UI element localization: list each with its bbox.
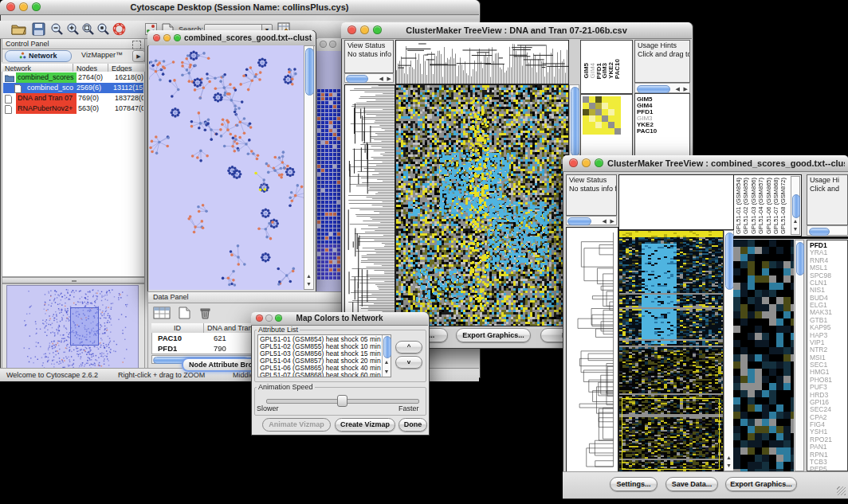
- scroll-left-arrow[interactable]: ◀: [676, 86, 680, 92]
- birdseye-viewport-rect[interactable]: [70, 307, 99, 346]
- scroll-up-arrow[interactable]: ▲: [304, 273, 313, 279]
- zoom-out-icon[interactable]: [50, 22, 66, 37]
- scroll-thumb[interactable]: [571, 87, 579, 156]
- tv2-zoom-vscrollbar[interactable]: [795, 240, 804, 471]
- scroll-up-arrow[interactable]: ▲: [791, 218, 799, 225]
- zoom-selected-icon[interactable]: [96, 22, 112, 37]
- scroll-right-arrow[interactable]: ▶: [610, 218, 614, 225]
- close-button[interactable]: [320, 41, 327, 48]
- save-session-icon[interactable]: [32, 22, 48, 37]
- attribute-list-item[interactable]: GPL51-02 (GSM855) heat shock 10 min: [258, 343, 391, 350]
- gene-label[interactable]: NIS1: [807, 287, 847, 294]
- tv2-heatmap-canvas[interactable]: [618, 230, 724, 473]
- scroll-thumb[interactable]: [792, 194, 800, 218]
- tab-network[interactable]: Network: [5, 50, 72, 62]
- done-button[interactable]: Done: [398, 418, 427, 432]
- attribute-list-item[interactable]: GPL51-06 (GSM865) heat shock 40 min: [258, 365, 391, 372]
- scroll-thumb[interactable]: [383, 336, 391, 358]
- network-list-row[interactable]: RNAPuberNov2+563(0)107847(0): [3, 104, 143, 114]
- gene-label[interactable]: PFD1: [635, 109, 689, 115]
- gene-label[interactable]: HAP3: [807, 332, 847, 339]
- gene-label[interactable]: GPI16: [807, 399, 847, 406]
- tv1-usage-hscrollbar[interactable]: ◀ ▶: [634, 83, 690, 93]
- zoom-fit-icon[interactable]: [81, 22, 97, 37]
- scroll-thumb[interactable]: [305, 48, 314, 96]
- dialog-titlebar[interactable]: Map Colors to Network: [251, 312, 428, 326]
- tv2-save-data-button[interactable]: Save Data...: [665, 477, 718, 491]
- gene-label[interactable]: CLN1: [807, 279, 847, 287]
- move-attribute-up-button[interactable]: ^: [395, 341, 422, 354]
- attribute-table-icon[interactable]: [153, 307, 169, 321]
- dense-grid-network-canvas[interactable]: [317, 89, 343, 280]
- network-name[interactable]: combined_scores: [16, 72, 77, 83]
- gene-label[interactable]: GIM3: [635, 115, 689, 122]
- tv2-settings-button[interactable]: Settings...: [610, 477, 658, 491]
- main-titlebar[interactable]: Cytoscape Desktop (Session Name: collins…: [0, 0, 479, 15]
- network-name[interactable]: combined_sco: [26, 83, 75, 93]
- float-panel-icon[interactable]: [132, 41, 141, 49]
- scroll-thumb[interactable]: [796, 242, 804, 275]
- panel-splitter[interactable]: [2, 277, 145, 283]
- tv2-column-dendrogram-area[interactable]: [618, 174, 734, 230]
- scroll-up-arrow[interactable]: ▲: [724, 455, 733, 461]
- gene-label[interactable]: YSH1: [807, 428, 847, 436]
- open-session-icon[interactable]: [11, 22, 27, 37]
- resize-grip[interactable]: [837, 486, 846, 495]
- gene-label[interactable]: YRA1: [807, 249, 847, 256]
- attribute-listbox[interactable]: GPL51-01 (GSM854) heat shock 05 minGPL51…: [257, 334, 391, 377]
- gene-label[interactable]: SPC98: [807, 272, 847, 279]
- treeview1-titlebar[interactable]: ClusterMaker TreeView : DNA and Tran 07-…: [341, 22, 692, 39]
- scroll-down-arrow[interactable]: ▼: [304, 281, 313, 287]
- tv1-yellow-matrix-canvas[interactable]: [583, 96, 621, 135]
- scroll-thumb[interactable]: [567, 217, 591, 225]
- minimize-button[interactable]: [582, 158, 591, 167]
- gene-label[interactable]: BUD4: [807, 295, 847, 302]
- scroll-down-arrow[interactable]: ▼: [383, 369, 391, 375]
- attribute-list-item[interactable]: GPL51-04 (GSM857) heat shock 20 min: [258, 357, 391, 365]
- network-name[interactable]: RNAPuberNov2+: [16, 104, 77, 114]
- gene-label[interactable]: GIM4: [635, 103, 689, 109]
- tab-vizmapper[interactable]: VizMapper™: [74, 50, 130, 61]
- tv2-gene-list[interactable]: PFD1YRA1RNR4MSL1SPC98CLN1NIS1BUD4ELG1MAK…: [807, 240, 848, 471]
- attribute-list-item[interactable]: GPL51-03 (GSM856) heat shock 15 min: [258, 350, 391, 357]
- scroll-left-arrow[interactable]: ◀: [603, 218, 607, 225]
- zoom-window-button[interactable]: [174, 34, 181, 41]
- gene-label[interactable]: GTB1: [807, 317, 847, 324]
- network-list-row[interactable]: combined_scores2764(0)16218(0): [3, 72, 143, 83]
- gene-label[interactable]: MSI1: [807, 354, 847, 361]
- delete-attribute-icon[interactable]: [199, 307, 215, 321]
- close-button[interactable]: [153, 34, 160, 41]
- gene-label[interactable]: MSL1: [807, 264, 847, 272]
- gene-label[interactable]: YKE2: [635, 122, 689, 128]
- speed-slider-thumb[interactable]: [337, 395, 347, 407]
- new-attribute-icon[interactable]: [179, 307, 194, 321]
- gene-label[interactable]: KAP95: [807, 324, 847, 331]
- gene-label[interactable]: ELG1: [807, 302, 847, 309]
- treeview2-titlebar[interactable]: ClusterMaker TreeView : combined_scores_…: [563, 155, 848, 172]
- tv1-status-hscrollbar[interactable]: ◀ ▶: [344, 73, 394, 83]
- scroll-thumb[interactable]: [809, 228, 830, 236]
- gene-label[interactable]: TCB3: [807, 459, 847, 466]
- tv2-status-hscrollbar[interactable]: ◀ ▶: [566, 216, 617, 225]
- gene-label[interactable]: MAK31: [807, 309, 847, 316]
- network-list-row[interactable]: DNA and Tran 07769(0)183728(0): [3, 93, 143, 104]
- zoom-in-icon[interactable]: [66, 22, 82, 37]
- gene-label[interactable]: NTR2: [807, 346, 847, 354]
- gene-label[interactable]: RPO21: [807, 436, 847, 443]
- create-vizmap-button[interactable]: Create Vizmap: [335, 418, 395, 432]
- scroll-down-arrow[interactable]: ▼: [724, 463, 733, 469]
- gene-label[interactable]: RNR4: [807, 257, 847, 264]
- tv2-usage-hscrollbar[interactable]: [807, 225, 848, 236]
- scroll-right-arrow[interactable]: ▶: [684, 86, 688, 92]
- back-window-titlebar[interactable]: [316, 38, 344, 52]
- scroll-thumb[interactable]: [346, 75, 368, 83]
- gene-label[interactable]: CPA2: [807, 414, 847, 421]
- gene-label[interactable]: HRD3: [807, 392, 847, 399]
- gene-label[interactable]: SEC1: [807, 361, 847, 369]
- gene-label[interactable]: PAC10: [635, 128, 689, 135]
- network-list-row[interactable]: combined_sco2569(6)13112(15): [3, 83, 143, 93]
- scroll-right-arrow[interactable]: ▶: [387, 76, 391, 82]
- gene-label[interactable]: GIM5: [635, 96, 689, 103]
- zoom-window-button[interactable]: [595, 158, 603, 167]
- gene-label[interactable]: PEP5: [807, 466, 847, 471]
